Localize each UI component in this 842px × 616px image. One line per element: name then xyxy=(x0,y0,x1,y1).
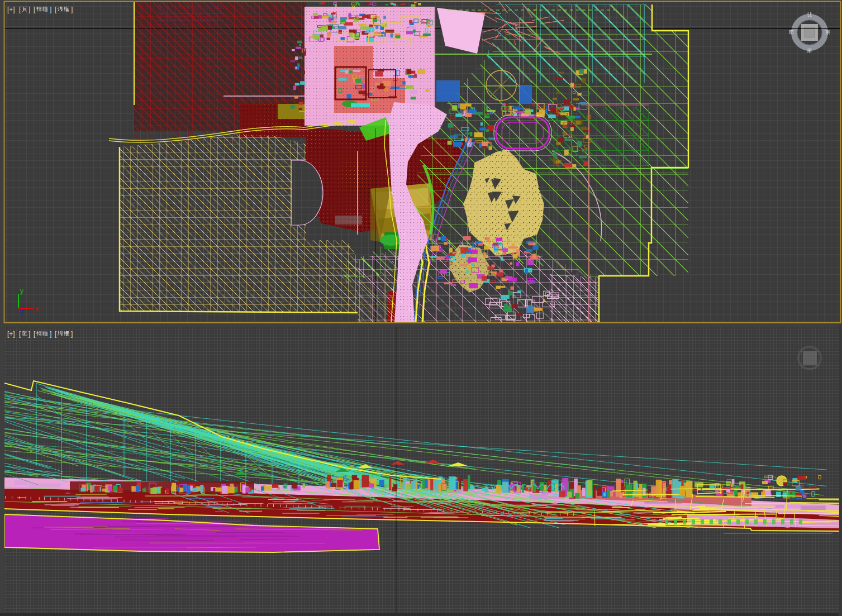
svg-text:x: x xyxy=(387,6,391,12)
svg-text:y: y xyxy=(20,287,23,295)
svg-text:z: z xyxy=(20,308,23,316)
svg-text:x: x xyxy=(35,305,39,313)
svg-text:x: x xyxy=(352,4,355,11)
